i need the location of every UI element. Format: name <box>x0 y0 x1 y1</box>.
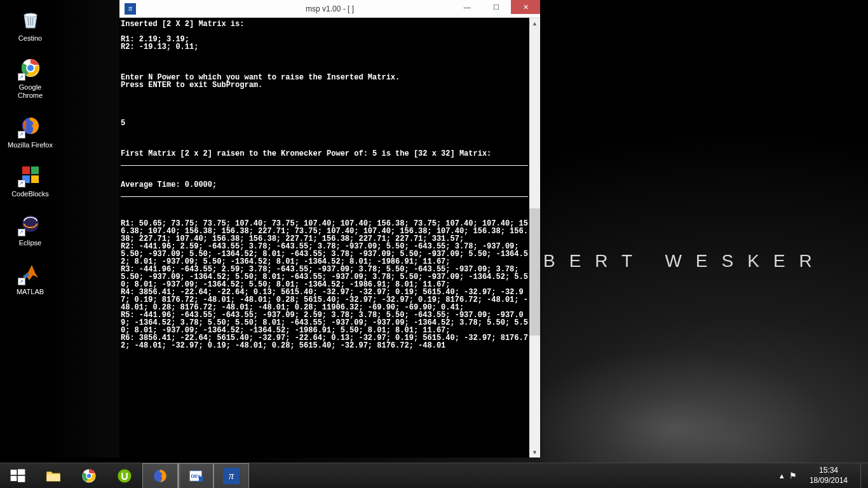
scroll-up-button[interactable]: ▲ <box>529 18 540 29</box>
window-controls: — ☐ ✕ <box>452 0 540 14</box>
divider <box>121 196 528 197</box>
desktop-icon-matlab[interactable]: ↗ MATLAB <box>6 260 54 296</box>
console-output[interactable]: Inserted [2 X 2] Matrix is: R1: 2.19; 3.… <box>119 18 529 458</box>
taskbar-item-msp[interactable]: π <box>214 463 249 489</box>
close-button[interactable]: ✕ <box>511 0 540 14</box>
svg-rect-12 <box>11 476 17 481</box>
taskbar-clock[interactable]: 15:34 18/09/2014 <box>804 466 853 485</box>
svg-rect-8 <box>31 175 39 183</box>
desktop-icon-cestino[interactable]: Cestino <box>6 6 54 43</box>
console-area: Inserted [2 X 2] Matrix is: R1: 2.19; 3.… <box>119 18 540 458</box>
windows-logo-icon <box>10 468 26 484</box>
console-input-value: 5 <box>121 119 125 128</box>
console-row: R2: -441.96; 2.59; -643.55; 3.78; -643.5… <box>121 242 528 266</box>
wallpaper-text: BERT WESKER <box>543 251 826 271</box>
taskbar: DEV π ▴ ⚑ 15:34 18/09/2014 <box>0 463 868 488</box>
desktop-icon-label: Mozilla Firefox <box>8 141 53 149</box>
vertical-scrollbar[interactable]: ▲ ▼ <box>529 18 540 458</box>
desktop-icons: Cestino ↗ Google Chrome ↗ Mozilla Firefo… <box>6 6 54 296</box>
tray-chevron-icon[interactable]: ▴ <box>780 471 784 480</box>
desktop[interactable]: BERT WESKER Cestino ↗ Google Chrome ↗ Mo… <box>0 0 868 488</box>
svg-rect-13 <box>18 476 25 482</box>
codeblocks-icon: ↗ <box>18 162 43 187</box>
svg-rect-10 <box>11 470 17 475</box>
desktop-icon-chrome[interactable]: ↗ Google Chrome <box>6 55 54 100</box>
taskbar-item-utorrent[interactable] <box>107 463 142 489</box>
scroll-down-button[interactable]: ▼ <box>529 447 540 458</box>
scroll-thumb[interactable] <box>529 208 540 336</box>
taskbar-item-devcpp[interactable]: DEV <box>178 463 214 489</box>
shortcut-arrow-icon: ↗ <box>18 229 25 236</box>
desktop-icon-eclipse[interactable]: ↗ Eclipse <box>6 211 54 247</box>
taskbar-item-file-explorer[interactable] <box>36 463 71 489</box>
console-row: R6: 3856.41; -22.64; 5615.40; -32.97; -2… <box>121 334 528 350</box>
clock-time: 15:34 <box>810 466 848 476</box>
shortcut-arrow-icon: ↗ <box>18 131 25 139</box>
start-button[interactable] <box>0 463 36 489</box>
taskbar-left: DEV π <box>0 463 249 488</box>
matlab-icon: ↗ <box>18 260 43 285</box>
taskbar-item-firefox[interactable] <box>142 463 178 489</box>
desktop-icon-firefox[interactable]: ↗ Mozilla Firefox <box>6 113 54 149</box>
divider <box>121 165 528 166</box>
console-row: R4: 3856.41; -22.64; -22.64; 0.13; 5615.… <box>121 288 528 312</box>
clock-date: 18/09/2014 <box>810 476 848 486</box>
desktop-icon-label: CodeBlocks <box>11 190 49 198</box>
console-row: R3: -441.96; -643.55; 2.59; 3.78; -643.5… <box>121 265 528 289</box>
console-line: R2: -19.13; 0.11; <box>121 43 198 51</box>
desktop-icon-label: Eclipse <box>19 239 41 247</box>
svg-rect-14 <box>46 474 60 481</box>
shortcut-arrow-icon: ↗ <box>18 73 25 81</box>
devcpp-icon: DEV <box>187 468 204 484</box>
svg-point-17 <box>118 469 131 482</box>
console-row: R1: 50.65; 73.75; 73.75; 107.40; 73.75; … <box>121 219 528 243</box>
shortcut-arrow-icon: ↗ <box>18 180 25 187</box>
svg-rect-6 <box>31 166 39 174</box>
chrome-icon: ↗ <box>18 55 43 81</box>
titlebar[interactable]: π msp v1.00 - [ ] — ☐ ✕ <box>119 0 540 18</box>
console-row: R5: -441.96; -643.55; -643.55; -937.09; … <box>121 311 528 335</box>
tray-flag-icon[interactable]: ⚑ <box>789 471 797 480</box>
desktop-icon-label: MATLAB <box>17 288 44 296</box>
svg-point-0 <box>24 13 37 17</box>
utorrent-icon <box>116 468 133 484</box>
recycle-bin-icon <box>18 6 43 32</box>
chrome-icon <box>81 468 97 484</box>
minimize-button[interactable]: — <box>452 0 482 14</box>
pi-icon: π <box>223 468 240 484</box>
console-line: Press ENTER to exit SubProgram. <box>121 81 262 90</box>
eclipse-icon: ↗ <box>18 211 43 236</box>
console-line: Average Time: 0.0000; <box>121 180 217 189</box>
taskbar-item-chrome[interactable] <box>71 463 107 489</box>
shortcut-arrow-icon: ↗ <box>18 278 25 285</box>
desktop-icon-label: Google Chrome <box>6 83 54 100</box>
app-window: π msp v1.00 - [ ] — ☐ ✕ Inserted [2 X 2]… <box>119 0 540 458</box>
taskbar-right: ▴ ⚑ 15:34 18/09/2014 <box>780 463 868 488</box>
maximize-button[interactable]: ☐ <box>482 0 511 14</box>
desktop-icon-label: Cestino <box>18 34 42 43</box>
console-line: Inserted [2 X 2] Matrix is: <box>121 20 244 29</box>
firefox-icon <box>152 468 168 484</box>
system-tray[interactable]: ▴ ⚑ <box>780 471 797 480</box>
window-title: msp v1.00 - [ ] <box>306 4 354 13</box>
app-icon: π <box>125 3 136 15</box>
console-line: First Matrix [2 x 2] raisen to the Krone… <box>121 149 491 158</box>
firefox-icon: ↗ <box>18 113 43 139</box>
svg-rect-5 <box>22 166 30 174</box>
show-desktop-button[interactable] <box>860 463 865 489</box>
svg-point-16 <box>86 473 92 478</box>
svg-rect-21 <box>199 476 203 481</box>
svg-rect-11 <box>18 469 25 475</box>
desktop-icon-codeblocks[interactable]: ↗ CodeBlocks <box>6 162 54 198</box>
folder-icon <box>45 468 62 484</box>
